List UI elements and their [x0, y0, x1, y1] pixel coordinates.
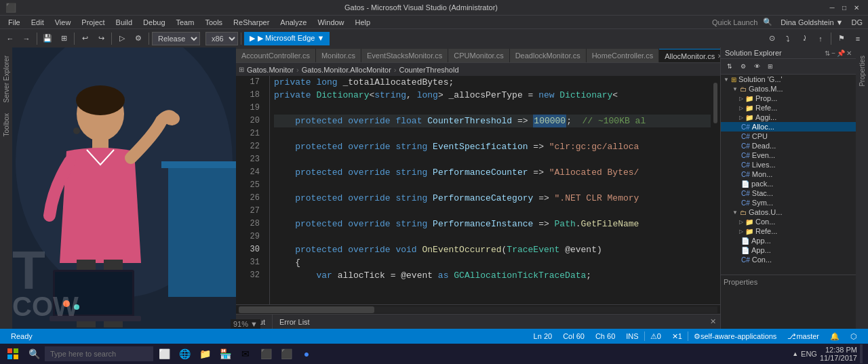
se-item-mon[interactable]: C# Mon...	[721, 169, 856, 179]
status-branch[interactable]: ⎇ master	[782, 329, 825, 344]
se-sync-btn2[interactable]: ⇅	[724, 60, 736, 73]
status-notifications[interactable]: 🔔	[825, 329, 845, 344]
se-filter-btn[interactable]: ⊞	[764, 60, 776, 73]
se-item-app[interactable]: 📄 App...	[721, 236, 856, 245]
se-show-all-btn[interactable]: 👁	[751, 60, 763, 73]
se-sync-btn[interactable]: ⇅	[825, 49, 830, 57]
toolbar-back[interactable]: ←	[3, 31, 18, 46]
maximize-btn[interactable]: □	[838, 1, 850, 14]
se-item-dead[interactable]: C# Dead...	[721, 141, 856, 150]
toolbar-stepover[interactable]: ⤸	[797, 31, 812, 46]
menu-team[interactable]: Team	[171, 17, 200, 28]
se-close-btn[interactable]: ✕	[846, 49, 852, 57]
status-col[interactable]: Col 60	[557, 329, 590, 344]
status-project[interactable]: ⚙ self-aware-applications	[688, 329, 783, 344]
chrome-btn[interactable]: ●	[297, 344, 316, 363]
menu-tools[interactable]: Tools	[199, 17, 228, 28]
breadcrumb-part3[interactable]: CounterThreshold	[399, 66, 459, 74]
horizontal-scrollbar[interactable]	[236, 304, 720, 314]
menu-view[interactable]: View	[50, 17, 77, 28]
status-ch[interactable]: Ch 60	[590, 329, 620, 344]
menu-resharper[interactable]: ReSharper	[228, 17, 275, 28]
status-ins[interactable]: INS	[620, 329, 644, 344]
menu-analyze[interactable]: Analyze	[275, 17, 312, 28]
breadcrumb-part1[interactable]: Gatos.Monitor	[247, 66, 294, 74]
status-ready[interactable]: Ready	[5, 329, 38, 344]
toolbar-undo[interactable]: ↩	[77, 31, 92, 46]
se-item-app2[interactable]: 📄 App...	[721, 245, 856, 255]
se-item-even[interactable]: C# Even...	[721, 150, 856, 160]
menu-edit[interactable]: Edit	[26, 17, 50, 28]
tab-close-icon[interactable]: ✕	[717, 53, 720, 60]
config-dropdown[interactable]: Release Debug	[152, 32, 200, 45]
se-item-stac[interactable]: C# Stac...	[721, 188, 856, 198]
tab-homecontroller[interactable]: HomeController.cs	[587, 49, 659, 62]
toolbar-step[interactable]: ⤵	[781, 31, 795, 46]
tab-monitor[interactable]: Monitor.cs	[316, 49, 361, 62]
bottom-panel-close[interactable]: ✕	[706, 317, 720, 326]
task-view-btn[interactable]: ⬜	[155, 344, 174, 363]
se-item-aggi[interactable]: ▷ 📁 Aggi...	[721, 113, 856, 122]
side-tab-server-explorer[interactable]: Server Explorer	[1, 50, 12, 108]
se-item-solution[interactable]: ▼ ⊞ Solution 'G...'	[721, 75, 856, 84]
toolbar-redo[interactable]: ↪	[94, 31, 108, 46]
show-desktop-btn[interactable]	[860, 344, 863, 363]
toolbar-forward[interactable]: →	[19, 31, 34, 46]
menu-debug[interactable]: Debug	[138, 17, 170, 28]
status-errors[interactable]: ✕ 1	[667, 329, 688, 344]
se-item-con[interactable]: ▷ 📁 Con...	[721, 217, 856, 226]
cmd-btn[interactable]: ⬛	[277, 344, 296, 363]
menu-window[interactable]: Window	[312, 17, 349, 28]
se-pin-btn[interactable]: 📌	[837, 49, 845, 57]
toolbar-attach[interactable]: ⚙	[131, 31, 146, 46]
toolbar-start-debug[interactable]: ▷	[115, 31, 130, 46]
se-item-sym[interactable]: C# Sym...	[721, 198, 856, 207]
se-item-monitor-project[interactable]: ▼ 🗀 Gatos.M...	[721, 84, 856, 94]
search-taskbar-btn[interactable]: 🔍	[24, 344, 43, 363]
se-item-con2[interactable]: C# Con...	[721, 255, 856, 264]
se-item-lives[interactable]: C# Lives...	[721, 160, 856, 169]
se-item-cpu[interactable]: C# CPU	[721, 132, 856, 141]
explorer-btn[interactable]: 📁	[195, 344, 214, 363]
se-item-prop[interactable]: ▷ 📁 Prop...	[721, 94, 856, 103]
toolbar-breakpoint[interactable]: ⊙	[764, 31, 779, 46]
se-item-alloc[interactable]: C# Alloc...	[721, 122, 856, 132]
side-tab-properties[interactable]: Properties	[857, 50, 867, 92]
toolbar-flag[interactable]: ⚑	[834, 31, 849, 46]
menu-file[interactable]: File	[3, 17, 26, 28]
edge-btn[interactable]: 🌐	[175, 344, 194, 363]
menu-help[interactable]: Help	[350, 17, 376, 28]
status-warnings[interactable]: ⚠ 0	[645, 329, 667, 344]
start-button[interactable]	[3, 344, 23, 363]
vs-taskbar-btn[interactable]: ⬛	[256, 344, 275, 363]
tab-accountcontroller[interactable]: AccountController.cs	[236, 49, 316, 62]
taskbar-search-input[interactable]	[45, 346, 153, 361]
se-item-refe[interactable]: ▷ 📁 Refe...	[721, 103, 856, 113]
tab-deadlock[interactable]: DeadlockMonitor.cs	[510, 49, 587, 62]
h-scroll-track[interactable]	[239, 306, 717, 313]
close-btn[interactable]: ✕	[850, 1, 863, 14]
show-hidden-icons[interactable]: ▲	[792, 350, 798, 357]
status-live-share[interactable]: ⬡	[845, 329, 863, 344]
toolbar-saveall[interactable]: ⊞	[56, 31, 71, 46]
tab-eventstacks[interactable]: EventStacksMonitor.cs	[361, 49, 448, 62]
code-scrollbar[interactable]	[711, 76, 720, 304]
tab-cpumonitor[interactable]: CPUMonitor.cs	[448, 49, 509, 62]
run-button[interactable]: ▶ ▶ Microsoft Edge ▼	[244, 32, 330, 45]
toolbar-stepout[interactable]: ↑	[813, 31, 828, 46]
menu-project[interactable]: Project	[76, 17, 110, 28]
code-lines[interactable]: private long _totalAllocatedBytes; priva…	[270, 76, 711, 304]
toolbar-more[interactable]: ≡	[850, 31, 865, 46]
se-collapse-btn[interactable]: −	[831, 49, 835, 57]
se-item-refe2[interactable]: ▷ 📁 Refe...	[721, 226, 856, 236]
error-list-tab[interactable]: Error List	[273, 315, 317, 329]
platform-dropdown[interactable]: x86 x64	[205, 32, 238, 45]
se-properties-btn[interactable]: ⚙	[737, 60, 749, 73]
breadcrumb-part2[interactable]: Gatos.Monitor.AllocMonitor	[302, 66, 391, 74]
se-item-pack[interactable]: 📄 pack...	[721, 179, 856, 188]
se-item-gatosu-project[interactable]: ▼ 🗀 Gatos.U...	[721, 207, 856, 217]
side-tab-toolbox[interactable]: Toolbox	[1, 108, 12, 142]
toolbar-save[interactable]: 💾	[40, 31, 55, 46]
mail-btn[interactable]: ✉	[236, 344, 255, 363]
menu-build[interactable]: Build	[111, 17, 138, 28]
